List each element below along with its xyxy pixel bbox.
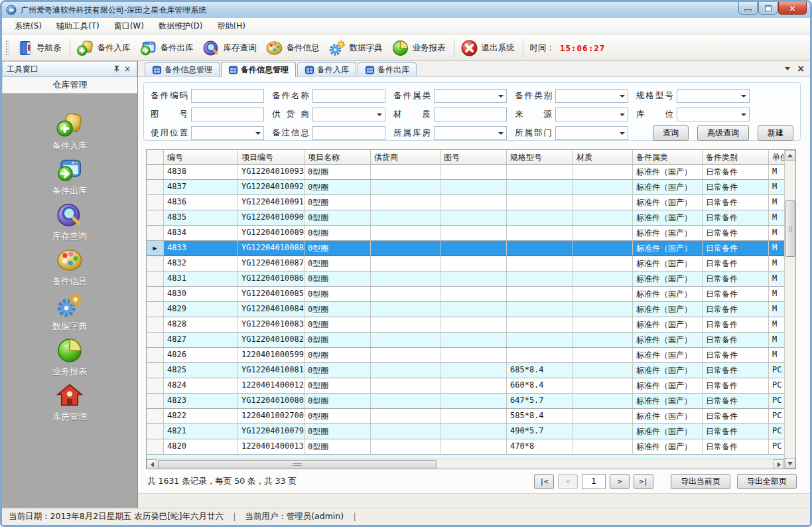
column-header[interactable]: 项目名称 [304, 150, 371, 164]
tab-parts-info-mgmt-2-active[interactable]: 备件信息管理 [221, 62, 296, 77]
table-row[interactable]: 4835YG122040100900型圈标准件（国产）日常备件M [147, 210, 784, 226]
row-selector[interactable] [147, 348, 164, 362]
row-selector[interactable] [147, 287, 164, 301]
horizontal-scrollbar[interactable] [147, 459, 784, 469]
scroll-up-icon[interactable] [785, 150, 795, 161]
toolbar-item-business-report[interactable]: 业务报表 [388, 37, 451, 59]
material-input[interactable] [434, 108, 507, 121]
toolbar-item-parts-info[interactable]: 备件信息 [262, 37, 325, 59]
column-header[interactable]: 图号 [440, 150, 507, 164]
vertical-scroll-thumb[interactable] [785, 200, 795, 257]
tab-parts-inbound[interactable]: 备件入库 [297, 62, 356, 76]
column-header[interactable]: 单位 [769, 150, 784, 164]
sidebar-item-inventory-search[interactable]: 库存查询 [2, 201, 137, 246]
scroll-right-icon[interactable] [774, 459, 784, 469]
scroll-down-icon[interactable] [785, 458, 795, 469]
parts-code-input[interactable] [191, 89, 264, 103]
tab-parts-info-mgmt-1[interactable]: 备件信息管理 [145, 62, 220, 76]
page-number-input[interactable] [582, 474, 606, 489]
drawing-no-input[interactable] [191, 108, 264, 121]
table-row[interactable]: 4834YG122040100890型圈标准件（国产）日常备件M [147, 226, 784, 241]
parts-type-select[interactable] [555, 89, 628, 103]
close-tab-icon[interactable]: × [797, 64, 805, 72]
prev-page-button[interactable]: < [558, 474, 578, 489]
table-row[interactable]: 4832YG122040100870型圈标准件（国产）日常备件M [147, 256, 784, 271]
menu-item-window[interactable]: 窗口(W) [107, 18, 151, 35]
toolbar-item-parts-inbound[interactable]: 备件入库 [73, 37, 136, 59]
last-page-button[interactable]: >| [634, 474, 653, 489]
table-row[interactable]: 4825YG122040100810型圈685*8.4标准件（国产）日常备件PC [147, 363, 784, 378]
row-selector[interactable] [147, 409, 164, 423]
row-selector[interactable] [147, 439, 164, 454]
row-selector[interactable] [147, 378, 164, 393]
table-row[interactable]: 482212204010027000型圈585*8.4标准件（国产）日常备件PC [147, 409, 784, 424]
tab-parts-outbound[interactable]: 备件出库 [358, 62, 417, 76]
sidebar-item-data-dictionary[interactable]: 数据字典 [2, 291, 137, 337]
table-row[interactable]: 4838YG122040100930型圈标准件（国产）日常备件M [147, 165, 784, 180]
column-header[interactable]: 材质 [573, 150, 633, 164]
toolbar-item-inventory-search[interactable]: 库存查询 [199, 37, 262, 59]
row-selector[interactable] [147, 271, 164, 286]
column-header[interactable]: 编号 [164, 150, 238, 164]
remark-input[interactable] [312, 126, 385, 140]
source-select[interactable] [555, 108, 628, 121]
row-selector[interactable] [147, 165, 164, 179]
table-row[interactable]: 482012204014000130型圈470*8标准件（国产）日常备件PC [147, 439, 784, 455]
toolbar-item-navigator[interactable]: 导航条 [12, 37, 67, 59]
usage-position-select[interactable] [191, 126, 264, 140]
table-row[interactable]: 4829YG122040100840型圈标准件（国产）日常备件M [147, 302, 784, 317]
row-selector[interactable] [147, 317, 164, 332]
new-button[interactable]: 新建 [758, 125, 793, 141]
column-header[interactable]: 备件属类 [633, 150, 703, 164]
close-button[interactable]: × [778, 2, 807, 15]
pin-icon[interactable] [111, 64, 122, 74]
horizontal-scroll-thumb[interactable] [158, 460, 437, 469]
first-page-button[interactable]: |< [534, 474, 554, 489]
row-selector[interactable] [147, 210, 164, 225]
row-selector[interactable] [147, 333, 164, 347]
row-selector[interactable] [147, 180, 164, 194]
spec-model-select[interactable] [677, 89, 750, 103]
table-row[interactable]: 4823YG122040100800型圈647*5.7标准件（国产）日常备件PC [147, 394, 784, 409]
row-selector[interactable] [147, 394, 164, 408]
table-row[interactable]: 482612204010005990型圈标准件（国产）日常备件M [147, 348, 784, 363]
row-selector[interactable] [147, 226, 164, 240]
sidebar-item-parts-inbound[interactable]: 备件入库 [2, 111, 137, 156]
column-header[interactable]: 项目编号 [238, 150, 304, 164]
department-select[interactable] [555, 126, 628, 140]
toolbar-item-exit-system[interactable]: 退出系统 [457, 37, 520, 59]
sidebar-item-parts-info[interactable]: 备件信息 [2, 246, 137, 291]
minimize-button[interactable] [738, 2, 758, 15]
export-all-pages-button[interactable]: 导出全部页 [737, 474, 797, 489]
toolbar-grip[interactable] [5, 39, 9, 56]
row-selector[interactable] [147, 195, 164, 210]
column-header[interactable]: 供货商 [371, 150, 440, 164]
advanced-query-button[interactable]: 高级查询 [697, 125, 749, 141]
table-row[interactable]: 4836YG122040100910型圈标准件（国产）日常备件M [147, 195, 784, 210]
vertical-scrollbar[interactable] [784, 150, 795, 469]
maximize-button[interactable] [758, 2, 778, 15]
sidebar-item-parts-outbound[interactable]: 备件出库 [2, 156, 137, 201]
table-row[interactable]: 4821YG122040100790型圈490*5.7标准件（国产）日常备件PC [147, 424, 784, 439]
menu-item-data-maintenance[interactable]: 数据维护(D) [151, 18, 210, 35]
sidebar-item-business-report[interactable]: 业务报表 [2, 337, 137, 382]
table-row[interactable]: 4830YG122040100850型圈标准件（国产）日常备件M [147, 287, 784, 302]
tab-list-dropdown-icon[interactable] [785, 67, 790, 70]
table-row[interactable]: 4828YG122040100830型圈标准件（国产）日常备件M [147, 317, 784, 333]
menu-item-system[interactable]: 系统(S) [7, 18, 49, 35]
menu-item-help[interactable]: 帮助(H) [210, 18, 253, 35]
row-selector[interactable] [147, 256, 164, 271]
menu-item-tools[interactable]: 辅助工具(T) [49, 18, 107, 35]
sidebar-item-warehouse-management[interactable]: 库房管理 [2, 382, 137, 427]
row-selector[interactable] [147, 302, 164, 317]
column-header[interactable]: 规格型号 [507, 150, 573, 164]
close-panel-icon[interactable]: × [122, 64, 133, 74]
row-selector[interactable]: ▶ [147, 241, 164, 256]
table-row[interactable]: 4827YG122040100820型圈标准件（国产）日常备件M [147, 333, 784, 348]
row-selector[interactable] [147, 363, 164, 378]
next-page-button[interactable]: > [610, 474, 630, 489]
export-current-page-button[interactable]: 导出当前页 [671, 474, 730, 489]
parts-name-input[interactable] [312, 89, 385, 103]
query-button[interactable]: 查询 [653, 125, 689, 141]
table-row[interactable]: 482412204014000120型圈660*8.4标准件（国产）日常备件PC [147, 378, 784, 394]
